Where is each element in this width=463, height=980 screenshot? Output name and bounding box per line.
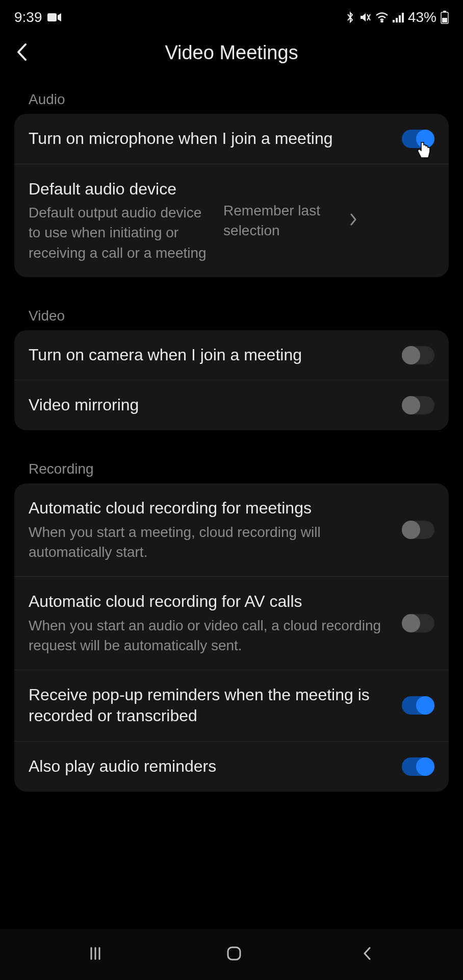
default-audio-subtitle: Default output audio device to use when …: [29, 203, 213, 263]
popup-reminders-title: Receive pop-up reminders when the meetin…: [29, 684, 392, 727]
popup-reminders-row[interactable]: Receive pop-up reminders when the meetin…: [14, 670, 449, 742]
bluetooth-icon: [346, 11, 355, 24]
section-label-video: Video: [14, 296, 449, 330]
battery-percent: 43%: [408, 9, 436, 26]
auto-meetings-toggle[interactable]: [402, 521, 434, 539]
auto-av-row[interactable]: Automatic cloud recording for AV calls W…: [14, 577, 449, 670]
status-right: 43%: [346, 9, 449, 26]
auto-meetings-title: Automatic cloud recording for meetings: [29, 498, 392, 519]
svg-rect-0: [47, 13, 57, 21]
mirroring-title: Video mirroring: [29, 395, 392, 416]
mirroring-toggle[interactable]: [402, 396, 434, 414]
back-icon[interactable]: [14, 41, 30, 65]
mute-icon: [359, 11, 371, 23]
auto-av-toggle[interactable]: [402, 614, 434, 632]
section-label-recording: Recording: [14, 449, 449, 483]
status-left: 9:39: [14, 9, 62, 26]
auto-meetings-subtitle: When you start a meeting, cloud recordin…: [29, 522, 392, 562]
battery-icon: [441, 11, 449, 24]
camera-toggle-title: Turn on camera when I join a meeting: [29, 345, 392, 366]
audio-reminders-toggle[interactable]: [402, 757, 434, 776]
status-time: 9:39: [14, 9, 42, 26]
header: Video Meetings: [0, 31, 463, 79]
svg-rect-6: [399, 15, 401, 22]
nav-bar: [0, 929, 463, 980]
signal-icon: [393, 12, 404, 22]
home-nav-icon[interactable]: [224, 943, 244, 966]
audio-reminders-title: Also play audio reminders: [29, 756, 392, 777]
page-title: Video Meetings: [14, 42, 449, 64]
popup-reminders-toggle[interactable]: [402, 696, 434, 715]
section-label-audio: Audio: [14, 79, 449, 114]
audio-reminders-row[interactable]: Also play audio reminders: [14, 742, 449, 792]
auto-av-title: Automatic cloud recording for AV calls: [29, 591, 392, 612]
svg-rect-5: [396, 18, 398, 22]
svg-point-3: [381, 21, 382, 22]
default-audio-title: Default audio device: [29, 179, 213, 200]
auto-meetings-row[interactable]: Automatic cloud recording for meetings W…: [14, 483, 449, 577]
svg-rect-14: [228, 947, 240, 960]
mic-toggle[interactable]: [402, 130, 434, 148]
audio-card: Turn on microphone when I join a meeting…: [14, 114, 449, 277]
chevron-right-icon: [349, 212, 358, 229]
wifi-icon: [375, 12, 389, 22]
auto-av-subtitle: When you start an audio or video call, a…: [29, 616, 392, 655]
recording-card: Automatic cloud recording for meetings W…: [14, 483, 449, 792]
default-audio-value: Remember last selection: [223, 201, 341, 240]
svg-rect-7: [402, 13, 404, 22]
svg-rect-9: [443, 11, 446, 12]
recents-nav-icon[interactable]: [88, 945, 109, 964]
status-bar: 9:39 43%: [0, 0, 463, 31]
camera-toggle-row[interactable]: Turn on camera when I join a meeting: [14, 330, 449, 381]
mirroring-row[interactable]: Video mirroring: [14, 380, 449, 430]
content: Audio Turn on microphone when I join a m…: [0, 79, 463, 792]
camera-toggle[interactable]: [402, 346, 434, 364]
mic-toggle-row[interactable]: Turn on microphone when I join a meeting: [14, 114, 449, 164]
default-audio-row[interactable]: Default audio device Default output audi…: [14, 164, 449, 277]
svg-rect-10: [442, 18, 447, 22]
svg-rect-4: [393, 20, 395, 22]
back-nav-icon[interactable]: [359, 945, 375, 964]
mic-toggle-title: Turn on microphone when I join a meeting: [29, 128, 392, 150]
video-recording-icon: [47, 12, 62, 22]
video-card: Turn on camera when I join a meeting Vid…: [14, 330, 449, 430]
